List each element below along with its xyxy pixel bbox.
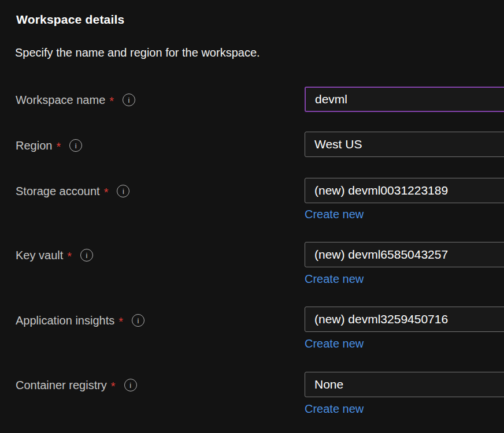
info-icon[interactable]: i <box>132 314 144 327</box>
select-value: None <box>314 378 343 391</box>
page-title: Workspace details <box>16 13 124 27</box>
storage-account-label-group: Storage account * i <box>16 184 129 199</box>
field-label: Storage account <box>16 185 100 198</box>
required-asterisk: * <box>109 95 114 108</box>
application-insights-create-new-link[interactable]: Create new <box>305 337 364 350</box>
key-vault-select[interactable]: (new) devml6585043257 <box>305 242 504 267</box>
required-asterisk: * <box>111 380 116 393</box>
field-label: Container registry <box>16 379 107 392</box>
field-label: Region <box>16 139 52 152</box>
container-registry-create-new-link[interactable]: Create new <box>305 402 364 416</box>
application-insights-label-group: Application insights * i <box>16 313 144 328</box>
select-value: West US <box>314 137 362 151</box>
page-subtitle: Specify the name and region for the work… <box>15 46 260 59</box>
storage-account-create-new-link[interactable]: Create new <box>305 208 364 221</box>
key-vault-create-new-link[interactable]: Create new <box>305 273 364 286</box>
info-icon[interactable]: i <box>117 185 129 197</box>
required-asterisk: * <box>56 140 61 154</box>
application-insights-select[interactable]: (new) devml3259450716 <box>305 307 504 332</box>
workspace-name-input[interactable]: devml <box>305 87 504 112</box>
region-select[interactable]: West US <box>305 132 504 157</box>
container-registry-select[interactable]: None <box>305 372 504 397</box>
field-label: Key vault <box>16 249 63 262</box>
info-icon[interactable]: i <box>123 94 135 106</box>
required-asterisk: * <box>104 186 109 199</box>
select-value: (new) devml0031223189 <box>314 184 448 197</box>
storage-account-select[interactable]: (new) devml0031223189 <box>305 178 504 203</box>
key-vault-label-group: Key vault * i <box>16 248 93 263</box>
select-value: (new) devml6585043257 <box>314 248 448 262</box>
workspace-name-label-group: Workspace name * i <box>16 92 135 107</box>
input-value: devml <box>315 92 347 106</box>
field-label: Workspace name <box>16 94 105 107</box>
workspace-details-form: Workspace details Specify the name and r… <box>0 0 504 433</box>
region-label-group: Region * i <box>16 138 82 153</box>
info-icon[interactable]: i <box>69 139 82 152</box>
container-registry-label-group: Container registry * i <box>16 378 137 393</box>
required-asterisk: * <box>67 250 72 263</box>
info-icon[interactable]: i <box>124 379 137 391</box>
info-icon[interactable]: i <box>80 249 93 262</box>
select-value: (new) devml3259450716 <box>314 312 448 326</box>
field-label: Application insights <box>16 314 114 327</box>
required-asterisk: * <box>118 315 123 329</box>
